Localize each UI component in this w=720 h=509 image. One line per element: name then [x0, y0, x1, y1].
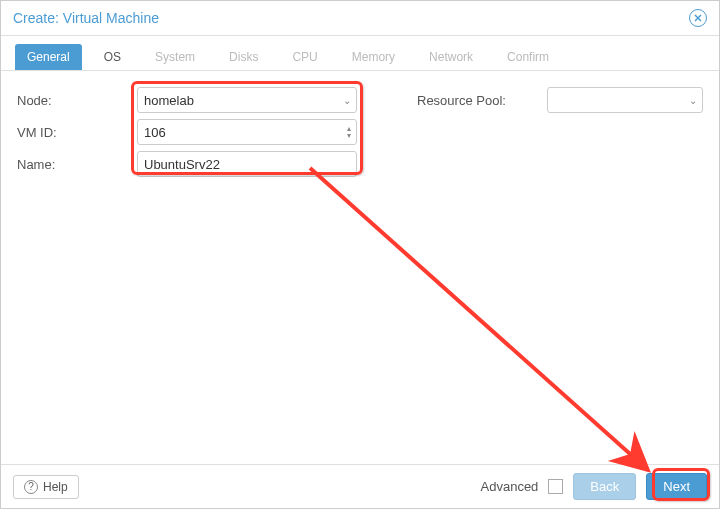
titlebar: Create: Virtual Machine: [1, 1, 719, 36]
back-button[interactable]: Back: [573, 473, 636, 500]
tab-confirm: Confirm: [495, 44, 561, 70]
help-label: Help: [43, 480, 68, 494]
create-vm-dialog: Create: Virtual Machine General OS Syste…: [0, 0, 720, 509]
help-button[interactable]: ? Help: [13, 475, 79, 499]
help-icon: ?: [24, 480, 38, 494]
advanced-label: Advanced: [481, 479, 539, 494]
close-icon[interactable]: [689, 9, 707, 27]
dialog-footer: ? Help Advanced Back Next: [1, 464, 719, 508]
tab-disks: Disks: [217, 44, 270, 70]
node-select[interactable]: [137, 87, 357, 113]
resource-pool-label: Resource Pool:: [417, 93, 547, 108]
resource-pool-select[interactable]: [547, 87, 703, 113]
tab-system: System: [143, 44, 207, 70]
tab-memory: Memory: [340, 44, 407, 70]
window-title: Create: Virtual Machine: [13, 10, 159, 26]
node-label: Node:: [17, 93, 137, 108]
name-input[interactable]: [137, 151, 357, 177]
next-button[interactable]: Next: [646, 473, 707, 500]
name-label: Name:: [17, 157, 137, 172]
tab-general[interactable]: General: [15, 44, 82, 70]
tab-network: Network: [417, 44, 485, 70]
tab-os[interactable]: OS: [92, 44, 133, 70]
tab-cpu: CPU: [280, 44, 329, 70]
advanced-checkbox[interactable]: [548, 479, 563, 494]
vmid-label: VM ID:: [17, 125, 137, 140]
general-panel: Node: ⌄ Resource Pool: ⌄ VM ID: ▴▾ Name:: [1, 71, 719, 464]
vmid-input[interactable]: [137, 119, 357, 145]
wizard-tabs: General OS System Disks CPU Memory Netwo…: [1, 36, 719, 71]
